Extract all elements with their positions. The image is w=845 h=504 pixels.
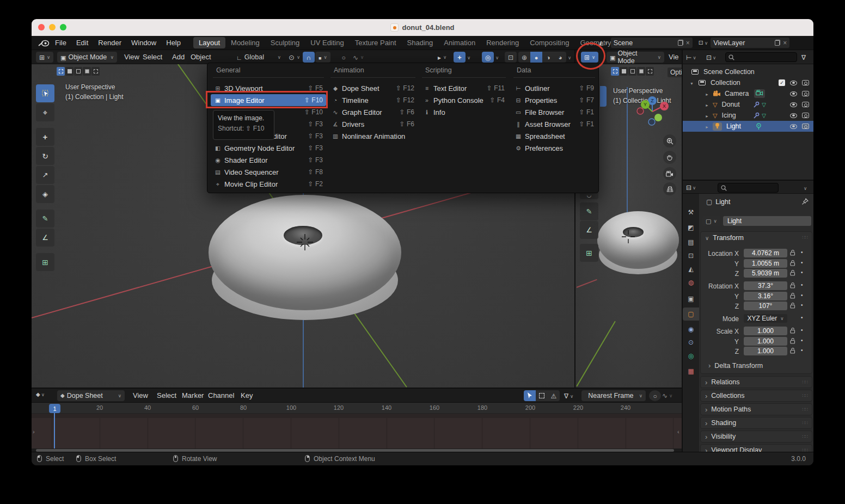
- tool-add-cube[interactable]: [36, 253, 54, 271]
- menu-window[interactable]: Window: [126, 39, 161, 47]
- scene-browse-button[interactable]: ◭: [599, 40, 608, 46]
- disclosure-open-icon[interactable]: [690, 79, 694, 87]
- proportional-editing-toggle[interactable]: [338, 52, 350, 63]
- lock-icon[interactable]: [790, 269, 796, 276]
- box-select-tool-button[interactable]: [536, 390, 548, 401]
- transform-orientation-select[interactable]: Global: [233, 52, 284, 63]
- animate-dot-icon[interactable]: [801, 249, 803, 255]
- select-extra-mode-button[interactable]: [646, 67, 654, 76]
- tab-collection[interactable]: ▣: [683, 292, 699, 305]
- current-frame-badge[interactable]: 1: [49, 404, 60, 413]
- shading-rendered-button[interactable]: [554, 52, 566, 63]
- tab-animation[interactable]: Animation: [438, 37, 481, 48]
- animate-dot-icon[interactable]: [801, 292, 803, 298]
- menu-item-movie-clip-editor[interactable]: ⌖Movie Clip Editor⇧ F2: [211, 178, 326, 190]
- mode-select[interactable]: Object Mode: [57, 52, 117, 63]
- rotation-z-field[interactable]: 107°: [744, 302, 787, 310]
- menu-item-info[interactable]: ℹInfo: [420, 106, 508, 118]
- axis-neg-z-ball[interactable]: [648, 119, 655, 125]
- selectability-menu[interactable]: [434, 52, 450, 63]
- unlink-scene-icon[interactable]: ×: [686, 39, 690, 47]
- location-y-field[interactable]: 1.0055 m: [744, 259, 787, 268]
- tab-modeling[interactable]: Modeling: [225, 37, 265, 48]
- tab-shading[interactable]: Shading: [402, 37, 439, 48]
- outliner-search-input[interactable]: [725, 52, 797, 62]
- disable-render-icon[interactable]: [802, 124, 809, 129]
- lock-icon[interactable]: [790, 327, 796, 334]
- tweak-tool-button[interactable]: [524, 390, 536, 401]
- tool-add-cube[interactable]: [580, 244, 598, 262]
- gizmos-toggle[interactable]: [454, 52, 466, 63]
- tool-rotate[interactable]: [36, 147, 54, 165]
- animate-dot-icon[interactable]: [801, 260, 803, 266]
- menu-item-outliner[interactable]: ⊢Outliner⇧ F9: [511, 82, 597, 94]
- menu-view[interactable]: View: [133, 391, 148, 399]
- tab-texture-paint[interactable]: Texture Paint: [350, 37, 402, 48]
- minimize-window-button[interactable]: [49, 24, 56, 30]
- tab-world[interactable]: ◍: [683, 276, 699, 289]
- outliner-row-camera[interactable]: Camera: [683, 88, 813, 99]
- tab-physics[interactable]: ⊙: [683, 336, 699, 349]
- delta-transform-section[interactable]: Delta Transform: [708, 361, 763, 370]
- tool-cursor[interactable]: [36, 103, 54, 121]
- select-lasso-mode-button[interactable]: [637, 67, 645, 76]
- tool-measure[interactable]: [580, 221, 598, 239]
- overlay-options-chevron[interactable]: [495, 55, 499, 60]
- panel-grip-icon[interactable]: [803, 235, 807, 240]
- menu-channel[interactable]: Channel: [208, 391, 234, 399]
- disable-render-icon[interactable]: [802, 102, 809, 107]
- shading-material-button[interactable]: [542, 52, 554, 63]
- camera-data-badge[interactable]: [754, 89, 765, 98]
- menu-key[interactable]: Key: [241, 391, 253, 399]
- snap-target-select[interactable]: [315, 52, 330, 63]
- select-extra-mode-button[interactable]: [91, 67, 100, 76]
- lock-icon[interactable]: [790, 337, 796, 344]
- tab-layout[interactable]: Layout: [193, 37, 225, 48]
- location-x-field[interactable]: 4.0762 m: [744, 249, 787, 257]
- outliner-row-collection[interactable]: Collection: [683, 77, 813, 88]
- animate-dot-icon[interactable]: [801, 347, 803, 353]
- menu-item-dope-sheet[interactable]: ◆Dope Sheet⇧ F12: [328, 82, 418, 94]
- properties-editor-type-button[interactable]: [686, 183, 696, 192]
- transform-panel-header[interactable]: Transform: [705, 234, 744, 242]
- viewlayer-name-field[interactable]: ViewLayer ×: [711, 38, 789, 48]
- scale-y-field[interactable]: 1.000: [744, 337, 787, 346]
- disable-render-icon[interactable]: [802, 80, 809, 85]
- menu-item-shader-editor[interactable]: ◉Shader Editor⇧ F3: [211, 154, 326, 166]
- properties-search-input[interactable]: [718, 183, 779, 193]
- section-visibility[interactable]: Visibility: [700, 431, 812, 442]
- gizmo-options-chevron[interactable]: [467, 55, 470, 60]
- tab-uv-editing[interactable]: UV Editing: [305, 37, 349, 48]
- shading-wireframe-button[interactable]: [518, 52, 530, 63]
- menu-help[interactable]: Help: [161, 39, 186, 47]
- menu-item-nonlinear-animation[interactable]: ▥Nonlinear Animation: [328, 130, 418, 142]
- tweak-select-button[interactable]: [611, 67, 619, 76]
- copy-scene-icon[interactable]: [678, 40, 683, 46]
- scene-name-field[interactable]: Scene ×: [611, 38, 693, 48]
- toggle-ortho-button[interactable]: [663, 182, 676, 195]
- menu-item-timeline[interactable]: ◔Timeline⇧ F12: [328, 94, 418, 106]
- lock-icon[interactable]: [790, 282, 796, 288]
- light-crosshair-icon[interactable]: [622, 230, 635, 243]
- navigation-gizmo[interactable]: Z Y X: [636, 93, 669, 126]
- shading-solid-button[interactable]: [530, 52, 542, 63]
- outliner-row-scene-collection[interactable]: Scene Collection: [683, 66, 813, 77]
- object-browse-button[interactable]: ▢: [702, 216, 720, 226]
- tab-object-data[interactable]: ◎: [683, 349, 699, 362]
- animate-dot-icon[interactable]: [801, 302, 803, 308]
- menu-item-text-editor[interactable]: ≡Text Editor⇧ F11: [420, 82, 508, 94]
- camera-view-button[interactable]: [663, 167, 676, 180]
- menu-edit[interactable]: Edit: [71, 39, 93, 47]
- hide-eye-icon[interactable]: [790, 113, 797, 118]
- menu-select[interactable]: Select: [157, 391, 176, 399]
- overlays-toggle[interactable]: [482, 52, 494, 63]
- collection-checkbox[interactable]: [779, 79, 785, 86]
- tool-measure[interactable]: [36, 229, 54, 247]
- right-mode-select[interactable]: Object Mode: [607, 52, 664, 63]
- pin-icon[interactable]: [801, 198, 809, 205]
- tweak-select-button[interactable]: [57, 67, 65, 76]
- section-viewport-display[interactable]: Viewport Display: [700, 444, 812, 452]
- tab-output[interactable]: ▤: [683, 236, 699, 249]
- animate-dot-icon[interactable]: [801, 282, 803, 288]
- zoom-button[interactable]: [663, 134, 676, 147]
